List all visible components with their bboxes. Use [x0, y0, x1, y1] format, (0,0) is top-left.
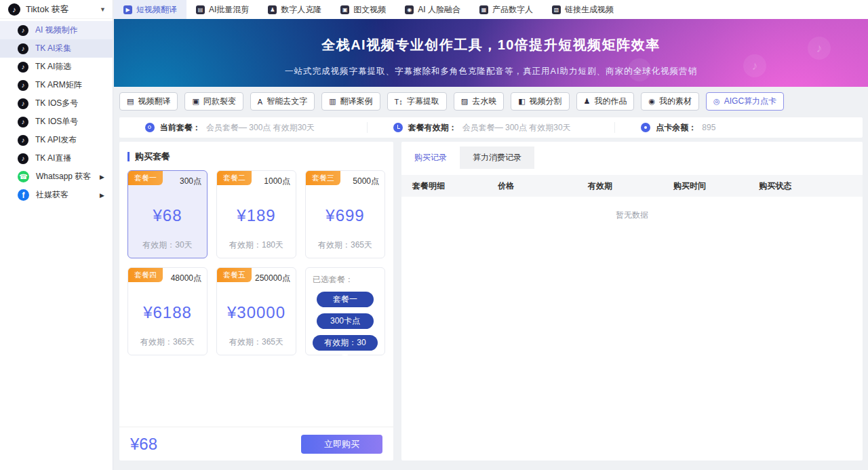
brand-selector[interactable]: ♪ Tiktok 获客 ▼: [0, 0, 113, 19]
sidebar-menu: ♪ AI 视频制作 ♪ TK AI采集 ♪ TK AI筛选 ♪ TK ARM矩阵…: [0, 19, 113, 204]
sidebar-item-tk-ai-collect[interactable]: ♪ TK AI采集: [0, 39, 113, 58]
current-plan-label: 当前套餐：: [160, 122, 201, 134]
subtab-aigc-point-card[interactable]: ◎ AIGC算力点卡: [706, 92, 784, 111]
facebook-icon: f: [18, 189, 29, 201]
plan-price: ¥6188: [128, 303, 207, 322]
subtab-label: 视频翻译: [138, 96, 170, 107]
case-doc-icon: ▥: [329, 97, 336, 106]
tab-image-text-video[interactable]: ▣ 图文视频: [331, 0, 395, 19]
tab-ai-batch-clip[interactable]: ▤ AI批量混剪: [186, 0, 258, 19]
nav-tab-label: 图文视频: [353, 4, 386, 16]
subtab-video-split[interactable]: ◧ 视频分割: [511, 92, 569, 111]
image-text-video-icon: ▣: [340, 5, 349, 14]
subtab-my-works[interactable]: ♟ 我的作品: [576, 92, 635, 111]
link-to-video-icon: ▧: [552, 5, 561, 14]
sidebar-item-tk-ai-live[interactable]: ♪ TK AI直播: [0, 149, 113, 168]
tiktok-watermark-icon: ♪: [628, 58, 651, 81]
records-tabs: 购买记录 算力消费记录: [401, 146, 534, 169]
nav-tab-label: AI批量混剪: [209, 4, 249, 16]
video-translate-icon: ▤: [127, 97, 134, 106]
title-accent-bar: [127, 152, 130, 161]
plan-badge: 套餐三: [306, 171, 340, 185]
sidebar-item-tk-ios-multi[interactable]: ♪ TK IOS多号: [0, 94, 113, 113]
current-plan-segment: 当前套餐： 会员套餐— 300点 有效期30天: [119, 122, 367, 133]
target-icon: [145, 123, 155, 132]
tab-digital-human-clone[interactable]: ♟ 数字人克隆: [258, 0, 331, 19]
plan-card-2[interactable]: 套餐二 1000点 ¥189 有效期：180天: [216, 170, 296, 258]
column-purchase-time: 购买时间: [673, 180, 759, 192]
buy-now-button[interactable]: 立即购买: [301, 435, 382, 454]
plan-validity-value: 会员套餐— 300点 有效期30天: [462, 122, 571, 134]
tab-link-to-video[interactable]: ▧ 链接生成视频: [542, 0, 623, 19]
plan-card-3[interactable]: 套餐三 5000点 ¥699 有效期：365天: [305, 170, 385, 258]
subtab-translate-cases[interactable]: ▥ 翻译案例: [321, 92, 380, 111]
card-balance-label: 点卡余额：: [656, 122, 696, 134]
brand-label: Tiktok 获客: [26, 3, 69, 16]
records-panel: 购买记录 算力消费记录 套餐明细 价格 有效期 购买时间 购买状态 暂无数据: [401, 142, 863, 461]
sidebar-item-whatsapp[interactable]: ☎ Whatsapp 获客 ▶: [0, 168, 113, 186]
sidebar-item-label: TK IOS单号: [35, 116, 78, 128]
card-balance-segment: 点卡余额： 895: [614, 122, 863, 133]
subtab-smart-text-removal[interactable]: A 智能去文字: [250, 92, 315, 111]
subtab-label: 去水映: [472, 96, 496, 107]
total-price: ¥68: [130, 435, 157, 454]
tab-consumption-records[interactable]: 算力消费记录: [460, 146, 534, 169]
selected-plan-summary: 已选套餐： 套餐一 300卡点 有效期：30天: [305, 267, 385, 355]
subtab-label: 我的素材: [659, 96, 692, 107]
sidebar-item-label: TK AI采集: [35, 43, 71, 54]
face-fusion-icon: ◉: [405, 5, 414, 14]
plan-cards-grid: 套餐一 300点 ¥68 有效期：30天 套餐二 1000点 ¥189 有效期：…: [119, 170, 393, 355]
whatsapp-icon: ☎: [18, 171, 29, 182]
sidebar-item-label: TK AI筛选: [35, 61, 71, 73]
subtab-watermark-removal[interactable]: ▨ 去水映: [454, 92, 504, 111]
plan-card-5[interactable]: 套餐五 250000点 ¥30000 有效期：365天: [216, 267, 296, 355]
sidebar-item-label: AI 视频制作: [35, 24, 78, 36]
plan-points: 300点: [180, 176, 201, 187]
plan-validity: 有效期：365天: [306, 239, 384, 251]
plan-badge: 套餐五: [217, 268, 252, 282]
tiktok-note-icon: ♪: [18, 43, 28, 54]
sidebar-item-social-media[interactable]: f 社媒获客 ▶: [0, 186, 113, 204]
purchase-footer: ¥68 立即购买: [119, 427, 393, 461]
tab-product-avatar[interactable]: ▦ 产品数字人: [470, 0, 542, 19]
tab-purchase-records[interactable]: 购买记录: [401, 146, 460, 169]
section-title-text: 购买套餐: [135, 151, 170, 163]
plan-card-1[interactable]: 套餐一 300点 ¥68 有效期：30天: [127, 170, 208, 258]
sidebar: ♪ Tiktok 获客 ▼ ♪ AI 视频制作 ♪ TK AI采集 ♪ TK A…: [0, 0, 113, 470]
sidebar-item-tk-ios-single[interactable]: ♪ TK IOS单号: [0, 113, 113, 131]
plan-validity: 有效期：365天: [128, 336, 207, 348]
selected-validity-tag[interactable]: 有效期：30天: [313, 335, 378, 351]
chevron-down-icon: ▼: [100, 6, 106, 13]
assets-icon: ◉: [648, 97, 655, 106]
column-purchase-status: 购买状态: [759, 180, 849, 192]
selected-points-tag[interactable]: 300卡点: [317, 313, 374, 329]
tab-short-video-translate[interactable]: ▶ 短视频翻译: [114, 0, 186, 19]
batch-clip-icon: ▤: [196, 5, 205, 14]
tab-ai-face-fusion[interactable]: ◉ AI 人脸融合: [395, 0, 470, 19]
tiktok-note-icon: ♪: [18, 98, 28, 109]
subtab-video-translate[interactable]: ▤ 视频翻译: [119, 92, 178, 111]
subtitle-extract-icon: T↕: [395, 98, 403, 106]
sidebar-item-ai-video-create[interactable]: ♪ AI 视频制作: [0, 21, 113, 39]
subtab-same-style-clone[interactable]: ▣ 同款裂变: [184, 92, 243, 111]
sidebar-item-tk-arm-matrix[interactable]: ♪ TK ARM矩阵: [0, 76, 113, 94]
plan-info-bar: 当前套餐： 会员套餐— 300点 有效期30天 套餐有效期： 会员套餐— 300…: [119, 117, 863, 138]
sidebar-item-tk-api-publish[interactable]: ♪ TK API发布: [0, 131, 113, 149]
subtab-label: AIGC算力点卡: [724, 96, 776, 107]
feature-subtabs: ▤ 视频翻译 ▣ 同款裂变 A 智能去文字 ▥ 翻译案例 T↕ 字幕提取 ▨ 去…: [114, 87, 868, 111]
tiktok-note-icon: ♪: [18, 25, 28, 36]
watermark-remove-icon: ▨: [461, 97, 468, 106]
tiktok-watermark-icon: ♪: [743, 54, 766, 77]
subtab-label: 我的作品: [594, 96, 627, 107]
tiktok-note-icon: ♪: [18, 80, 28, 91]
clock-icon: [393, 123, 403, 132]
plan-points: 48000点: [171, 273, 201, 284]
sidebar-item-label: TK AI直播: [35, 153, 71, 164]
selected-plan-tag[interactable]: 套餐一: [317, 292, 374, 307]
subtab-my-assets[interactable]: ◉ 我的素材: [641, 92, 699, 111]
plan-card-4[interactable]: 套餐四 48000点 ¥6188 有效期：365天: [127, 267, 208, 355]
copy-fission-icon: ▣: [192, 97, 199, 106]
sidebar-item-tk-ai-filter[interactable]: ♪ TK AI筛选: [0, 58, 113, 76]
nav-tab-label: 短视频翻译: [136, 4, 177, 16]
subtab-subtitle-extract[interactable]: T↕ 字幕提取: [387, 92, 447, 111]
